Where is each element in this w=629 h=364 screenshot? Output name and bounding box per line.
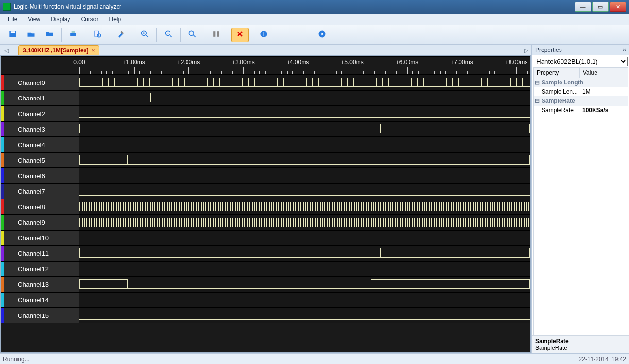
help-icon: i	[259, 29, 269, 40]
property-description: SampleRate SampleRate	[532, 335, 629, 353]
menu-display[interactable]: Display	[49, 15, 72, 24]
channel-signal[interactable]	[79, 184, 530, 199]
channel-signal[interactable]	[79, 277, 530, 292]
menu-view[interactable]: View	[26, 15, 42, 24]
channel-signal[interactable]	[79, 75, 530, 90]
collapse-icon[interactable]: ⊟	[534, 79, 541, 86]
propgrid-header-value: Value	[580, 68, 600, 78]
channel-row[interactable]: Channel6	[1, 167, 530, 183]
proprow-sample-length[interactable]: Sample Len... 1M	[534, 87, 628, 97]
collapse-icon[interactable]: ⊟	[534, 98, 541, 104]
svg-rect-1	[11, 31, 15, 33]
channel-label[interactable]: Channel4	[4, 137, 79, 152]
properties-title: Properties	[535, 47, 562, 53]
print-icon	[68, 29, 78, 40]
channel-label[interactable]: Channel9	[4, 215, 79, 230]
svg-rect-2	[70, 33, 76, 36]
channel-row[interactable]: Channel11	[1, 245, 530, 261]
channel-signal[interactable]	[79, 199, 530, 214]
close-button[interactable]: ✕	[610, 2, 626, 12]
tab-scroll-right[interactable]: ▷	[523, 46, 529, 55]
channel-row[interactable]: Channel15	[1, 307, 530, 323]
property-grid: Property Value ⊟ Sample Length Sample Le…	[533, 67, 628, 335]
channel-label[interactable]: Channel2	[4, 106, 79, 121]
channel-signal[interactable]	[79, 168, 530, 183]
channel-signal[interactable]	[79, 153, 530, 167]
channel-label[interactable]: Channel15	[4, 308, 79, 323]
menu-help[interactable]: Help	[107, 15, 123, 24]
channel-signal[interactable]	[79, 137, 530, 152]
status-text: Running...	[3, 356, 30, 363]
time-tick: +7.00ms	[450, 59, 473, 66]
channel-label[interactable]: Channel14	[4, 293, 79, 307]
channel-signal[interactable]	[79, 308, 530, 323]
channel-signal[interactable]	[79, 246, 530, 261]
channel-label[interactable]: Channel6	[4, 168, 79, 183]
maximize-button[interactable]: ▭	[592, 2, 609, 12]
minimize-button[interactable]: —	[575, 2, 591, 12]
channel-row[interactable]: Channel2	[1, 105, 530, 121]
tab-scroll-left[interactable]: ◁	[3, 46, 10, 55]
channel-row[interactable]: Channel0	[1, 74, 530, 90]
channel-label[interactable]: Channel10	[4, 231, 79, 245]
time-ruler[interactable]: 0.00+1.00ms+2.00ms+3.00ms+4.00ms+5.00ms+…	[79, 57, 530, 74]
marker-button[interactable]	[207, 28, 225, 42]
channel-row[interactable]: Channel9	[1, 214, 530, 230]
clear-icon	[235, 29, 245, 40]
channel-row[interactable]: Channel13	[1, 276, 530, 292]
print-button[interactable]	[65, 28, 82, 42]
time-tick: +4.00ms	[287, 59, 309, 66]
marker-icon	[211, 29, 221, 40]
channel-row[interactable]: Channel5	[1, 152, 530, 167]
channel-label[interactable]: Channel8	[4, 199, 79, 214]
menu-file[interactable]: File	[6, 15, 19, 24]
channel-row[interactable]: Channel4	[1, 136, 530, 152]
time-tick: +3.00ms	[232, 59, 254, 66]
channel-row[interactable]: Channel14	[1, 292, 530, 307]
zoom-fit-button[interactable]	[184, 28, 201, 42]
channel-row[interactable]: Channel8	[1, 199, 530, 214]
channel-signal[interactable]	[79, 293, 530, 307]
channel-label[interactable]: Channel5	[4, 153, 79, 167]
channel-row[interactable]: Channel7	[1, 183, 530, 199]
open-button[interactable]	[22, 28, 40, 42]
channel-label[interactable]: Channel7	[4, 184, 79, 199]
zoom-in-icon	[140, 29, 150, 40]
device-select[interactable]: Hantek6022BL(1.0.1)	[534, 57, 628, 66]
tab-capture[interactable]: 3,100KHZ ,1M[Samples] ×	[18, 45, 99, 55]
print-preview-button[interactable]	[88, 28, 106, 42]
zoom-in-button[interactable]	[136, 28, 153, 42]
play-button[interactable]	[313, 28, 331, 42]
channel-row[interactable]: Channel12	[1, 261, 530, 276]
menu-cursor[interactable]: Cursor	[79, 15, 101, 24]
zoom-out-button[interactable]	[160, 28, 177, 42]
channel-label[interactable]: Channel11	[4, 246, 79, 261]
channel-signal[interactable]	[79, 122, 530, 136]
tab-strip: ◁ 3,100KHZ ,1M[Samples] × ▷	[0, 45, 531, 55]
channel-rows: Channel0Channel1Channel2Channel3Channel4…	[1, 74, 530, 352]
properties-close-icon[interactable]: ×	[623, 47, 626, 53]
save-button[interactable]	[4, 28, 21, 42]
channel-row[interactable]: Channel1	[1, 90, 530, 105]
channel-label[interactable]: Channel0	[4, 75, 79, 90]
channel-label[interactable]: Channel1	[4, 91, 79, 105]
clear-button[interactable]	[231, 28, 249, 42]
tools-button[interactable]	[112, 28, 130, 42]
channel-signal[interactable]	[79, 91, 530, 105]
channel-row[interactable]: Channel10	[1, 230, 530, 245]
channel-label[interactable]: Channel12	[4, 262, 79, 276]
folder-button[interactable]	[41, 28, 58, 42]
propgrid-header-property: Property	[534, 68, 580, 78]
channel-signal[interactable]	[79, 231, 530, 245]
channel-signal[interactable]	[79, 262, 530, 276]
channel-signal[interactable]	[79, 215, 530, 230]
proprow-samplerate[interactable]: SampleRate 100KSa/s	[534, 106, 628, 115]
channel-row[interactable]: Channel3	[1, 121, 530, 136]
propgroup-sample-length[interactable]: ⊟ Sample Length	[534, 78, 628, 87]
channel-label[interactable]: Channel3	[4, 122, 79, 136]
propgroup-samplerate[interactable]: ⊟ SampleRate	[534, 97, 628, 106]
channel-label[interactable]: Channel13	[4, 277, 79, 292]
tab-close-icon[interactable]: ×	[91, 47, 95, 54]
channel-signal[interactable]	[79, 106, 530, 121]
help-button[interactable]: i	[255, 28, 272, 42]
